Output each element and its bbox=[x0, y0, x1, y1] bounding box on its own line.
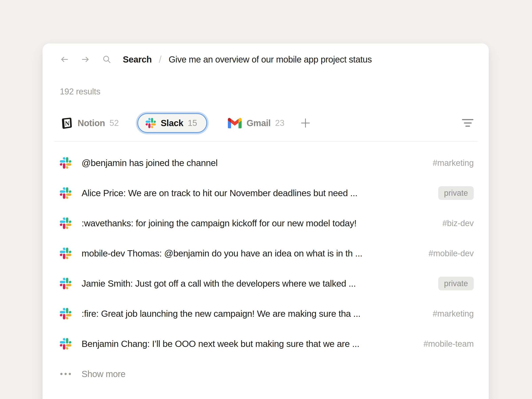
tab-slack-count: 15 bbox=[188, 118, 197, 128]
search-label: Search bbox=[123, 55, 152, 64]
result-channel: #marketing bbox=[433, 158, 474, 168]
result-channel: #biz-dev bbox=[443, 219, 474, 228]
search-icon bbox=[102, 55, 111, 64]
tab-notion-label: Notion bbox=[78, 118, 105, 128]
result-channel: #marketing bbox=[433, 309, 474, 318]
slack-icon bbox=[60, 248, 71, 259]
result-channel: #mobile-team bbox=[423, 339, 474, 349]
result-text: @benjamin has joined the channel bbox=[82, 158, 424, 168]
slack-icon bbox=[60, 338, 71, 349]
breadcrumb-separator: / bbox=[159, 54, 161, 65]
result-row[interactable]: :wavethanks: for joining the campaign ki… bbox=[60, 208, 474, 238]
filter-lines-icon bbox=[462, 119, 474, 127]
filter-tabs: N Notion 52 Slack 15 bbox=[60, 113, 474, 133]
forward-button[interactable] bbox=[81, 55, 90, 64]
slack-icon bbox=[60, 157, 71, 169]
back-button[interactable] bbox=[60, 55, 69, 64]
result-row[interactable]: Alice Price: We are on track to hit our … bbox=[60, 178, 474, 208]
filter-button[interactable] bbox=[462, 119, 474, 127]
result-row[interactable]: @benjamin has joined the channel #market… bbox=[60, 148, 474, 178]
arrow-left-icon bbox=[60, 55, 69, 64]
arrow-right-icon bbox=[81, 55, 90, 64]
search-query[interactable]: Give me an overview of our mobile app pr… bbox=[169, 55, 372, 64]
slack-icon bbox=[146, 118, 156, 128]
slack-icon bbox=[60, 187, 71, 199]
result-row[interactable]: Benjamin Chang: I’ll be OOO next week bu… bbox=[60, 329, 474, 359]
tab-slack[interactable]: Slack 15 bbox=[137, 113, 207, 133]
search-window: Search / Give me an overview of our mobi… bbox=[43, 44, 489, 399]
result-text: Alice Price: We are on track to hit our … bbox=[82, 188, 429, 198]
private-badge: private bbox=[438, 277, 474, 290]
result-text: mobile-dev Thomas: @benjamin do you have… bbox=[82, 248, 420, 259]
result-row[interactable]: :fire: Great job launching the new campa… bbox=[60, 298, 474, 329]
tab-notion-count: 52 bbox=[109, 118, 119, 128]
results-count: 192 results bbox=[60, 87, 474, 96]
slack-icon bbox=[60, 217, 71, 229]
result-row[interactable]: mobile-dev Thomas: @benjamin do you have… bbox=[60, 238, 474, 268]
result-channel: #mobile-dev bbox=[429, 249, 474, 258]
search-header: Search / Give me an overview of our mobi… bbox=[60, 54, 474, 65]
gmail-icon bbox=[228, 118, 242, 128]
tab-notion[interactable]: N Notion 52 bbox=[60, 117, 119, 129]
tab-slack-label: Slack bbox=[161, 118, 183, 128]
show-more-label: Show more bbox=[82, 369, 126, 379]
plus-icon bbox=[300, 118, 310, 128]
slack-icon bbox=[60, 308, 71, 319]
result-text: :fire: Great job launching the new campa… bbox=[82, 309, 424, 319]
result-text: :wavethanks: for joining the campaign ki… bbox=[82, 218, 434, 228]
tab-gmail-label: Gmail bbox=[247, 118, 271, 128]
private-badge: private bbox=[438, 186, 474, 200]
add-filter-button[interactable] bbox=[300, 118, 310, 128]
slack-icon bbox=[60, 278, 71, 289]
notion-icon: N bbox=[60, 117, 73, 129]
tab-gmail-count: 23 bbox=[275, 118, 284, 128]
show-more-button[interactable]: Show more bbox=[60, 359, 474, 389]
result-text: Jamie Smith: Just got off a call with th… bbox=[82, 279, 429, 289]
ellipsis-icon bbox=[60, 373, 71, 375]
svg-text:N: N bbox=[65, 120, 69, 127]
result-text: Benjamin Chang: I’ll be OOO next week bu… bbox=[82, 339, 415, 349]
divider bbox=[54, 141, 478, 142]
results-list: @benjamin has joined the channel #market… bbox=[60, 148, 474, 359]
result-row[interactable]: Jamie Smith: Just got off a call with th… bbox=[60, 268, 474, 298]
tab-gmail[interactable]: Gmail 23 bbox=[228, 118, 284, 128]
